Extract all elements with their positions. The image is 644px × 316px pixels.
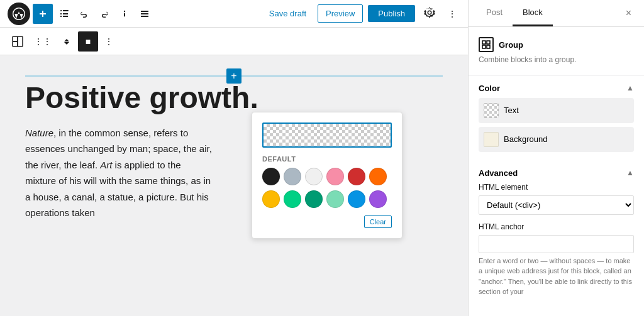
svg-rect-2 (13, 36, 18, 41)
more-options-button[interactable]: ⋮ (444, 5, 460, 23)
insert-block-button[interactable]: + (226, 68, 242, 84)
swatch-amber[interactable] (262, 190, 280, 208)
right-panel: Post Block × Group Combine blocks into a… (468, 0, 644, 316)
block-more-button[interactable]: ⋮ (101, 33, 117, 50)
background-color-label: Background (504, 134, 547, 144)
color-swatches-row2 (262, 190, 392, 208)
html-anchor-input[interactable] (479, 235, 634, 253)
svg-rect-5 (482, 41, 486, 44)
text-color-dot (484, 103, 499, 118)
swatch-white[interactable] (305, 168, 323, 185)
html-anchor-group: HTML anchor Enter a word or two — withou… (479, 222, 634, 297)
group-icon (479, 37, 494, 52)
toolbar-left (8, 3, 153, 25)
chevron-up-icon: ▲ (626, 84, 634, 92)
swatch-vivid-green[interactable] (305, 190, 323, 208)
tab-post[interactable]: Post (476, 0, 513, 26)
drag-handle-button[interactable]: ⋮⋮ (30, 33, 55, 50)
add-block-button[interactable] (33, 4, 53, 24)
svg-rect-3 (13, 41, 18, 46)
color-swatches (262, 168, 392, 185)
swatch-pale-pink[interactable] (326, 168, 344, 185)
body-text: Nature, in the common sense, refers to e… (25, 125, 214, 221)
group-header: Group (479, 37, 634, 52)
toolbar-right: Save draft Preview Publish ⋮ (263, 3, 460, 24)
clear-color-button[interactable]: Clear (364, 215, 392, 228)
main-heading: Positive growth. (25, 82, 443, 115)
move-up-button[interactable] (58, 33, 75, 50)
advanced-section-header[interactable]: Advanced ▲ (479, 161, 634, 183)
svg-rect-4 (18, 36, 23, 46)
svg-point-0 (124, 10, 125, 11)
info-button[interactable] (116, 5, 133, 23)
color-preview[interactable] (262, 123, 392, 148)
wp-logo[interactable] (8, 3, 30, 25)
tab-block[interactable]: Block (513, 0, 553, 26)
preview-button[interactable]: Preview (318, 4, 363, 23)
swatch-pale-cyan[interactable] (326, 190, 344, 208)
html-element-select[interactable]: Default (<div>) header main section arti… (479, 195, 634, 215)
close-panel-button[interactable]: × (621, 3, 636, 24)
block-type-button[interactable] (8, 31, 28, 52)
panel-tabs: Post Block × (469, 0, 644, 27)
save-draft-button[interactable]: Save draft (263, 5, 313, 22)
advanced-section: Advanced ▲ HTML element Default (<div>) … (469, 161, 644, 305)
html-anchor-hint: Enter a word or two — without spaces — t… (479, 256, 634, 297)
swatch-vivid-red[interactable] (348, 168, 365, 185)
svg-rect-6 (487, 41, 490, 44)
swatch-purple[interactable] (369, 190, 387, 208)
settings-button[interactable] (420, 3, 439, 24)
color-section-header[interactable]: Color ▲ (479, 76, 634, 98)
swatch-black[interactable] (262, 168, 280, 185)
color-section: Color ▲ Text Background (469, 76, 644, 161)
chevron-up-icon-2: ▲ (626, 168, 634, 177)
background-color-option[interactable]: Background (479, 127, 634, 152)
color-section-title: Color (479, 84, 500, 93)
block-separator: + (25, 75, 443, 77)
text-color-option[interactable]: Text (479, 98, 634, 123)
svg-rect-8 (487, 45, 490, 48)
color-picker-popup: DEFAULT Clear (252, 112, 402, 239)
color-section-label: DEFAULT (262, 155, 392, 163)
block-toolbar: ⋮⋮ ■ ⋮ (0, 28, 468, 55)
html-element-group: HTML element Default (<div>) header main… (479, 183, 634, 215)
redo-button[interactable] (96, 5, 113, 23)
group-info-section: Group Combine blocks into a group. (469, 27, 644, 76)
svg-rect-7 (482, 45, 486, 48)
html-anchor-label: HTML anchor (479, 222, 634, 231)
publish-button[interactable]: Publish (368, 5, 415, 22)
block-color-button[interactable]: ■ (78, 31, 98, 52)
list-view-button[interactable] (136, 5, 153, 23)
group-title: Group (499, 40, 523, 50)
swatch-cyan-bluish-gray[interactable] (284, 168, 301, 185)
tools-button[interactable] (55, 5, 73, 23)
swatch-green-cyan[interactable] (284, 190, 301, 208)
text-color-label: Text (504, 106, 519, 115)
content-area: + Positive growth. Nature, in the common… (0, 55, 468, 316)
group-description: Combine blocks into a group. (479, 55, 634, 65)
html-element-label: HTML element (479, 183, 634, 192)
advanced-title: Advanced (479, 168, 518, 178)
swatch-cyan-blue[interactable] (348, 190, 365, 208)
background-color-dot (484, 132, 499, 147)
editor-area: Save draft Preview Publish ⋮ ⋮⋮ ■ ⋮ + Po… (0, 0, 468, 316)
swatch-orange[interactable] (369, 168, 387, 185)
svg-rect-1 (124, 13, 125, 16)
top-toolbar: Save draft Preview Publish ⋮ (0, 0, 468, 28)
undo-button[interactable] (75, 5, 93, 23)
